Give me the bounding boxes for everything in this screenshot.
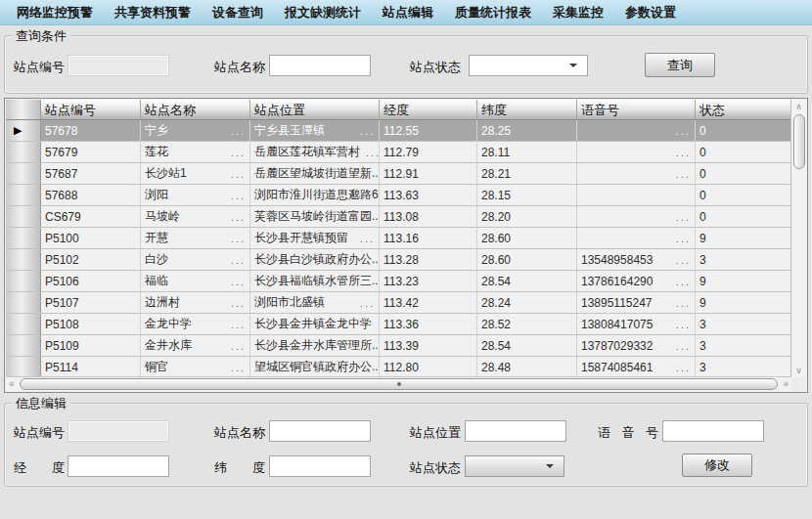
cell-status[interactable]: 3 [696, 314, 791, 334]
cell-status[interactable]: 9 [696, 271, 791, 291]
cell-station-name[interactable]: 铜官... [141, 357, 250, 377]
scroll-down-icon[interactable]: ∨ [791, 365, 806, 376]
cell-longitude[interactable]: 113.08 [380, 206, 477, 227]
cell-station-position[interactable]: 长沙县白沙镇政府办公... [250, 249, 380, 270]
menu-item[interactable]: 站点编辑 [372, 0, 444, 24]
cell-station-id[interactable]: CS679 [41, 206, 141, 227]
edit-station-status-select[interactable] [465, 455, 564, 477]
column-header[interactable]: 状态 [696, 100, 791, 119]
ellipsis-button[interactable]: ... [372, 319, 380, 330]
ellipsis-button[interactable]: ... [354, 125, 375, 137]
cell-longitude[interactable]: 112.80 [380, 357, 477, 377]
ellipsis-button[interactable]: ... [670, 254, 691, 266]
ellipsis-button[interactable]: ... [225, 168, 246, 180]
cell-station-name[interactable]: 金龙中学... [141, 314, 250, 334]
edit-station-name-input[interactable] [269, 420, 371, 442]
row-selector-cell[interactable] [6, 314, 41, 334]
cell-station-position[interactable]: 浏阳市淮川街道思邈路6... [250, 185, 380, 205]
ellipsis-button[interactable]: ... [670, 168, 691, 180]
cell-longitude[interactable]: 112.91 [380, 163, 477, 184]
menu-item[interactable]: 设备查询 [202, 0, 274, 24]
ellipsis-button[interactable]: ... [670, 125, 691, 137]
cell-station-position[interactable]: 岳麓区莲花镇军营村... [250, 142, 380, 162]
cell-voice-number[interactable]: ... [577, 163, 696, 184]
ellipsis-button[interactable]: ... [225, 297, 246, 309]
cell-latitude[interactable]: 28.21 [477, 163, 577, 184]
cell-voice-number[interactable]: 13786164290... [577, 271, 696, 291]
cell-latitude[interactable]: 28.54 [477, 335, 577, 356]
table-row[interactable]: 57679莲花...岳麓区莲花镇军营村...112.7928.11...0 [6, 142, 791, 163]
cell-station-id[interactable]: 57688 [41, 185, 141, 205]
cell-status[interactable]: 9 [696, 292, 791, 313]
cell-status[interactable]: 0 [696, 206, 791, 227]
row-selector-cell[interactable]: ▶ [6, 120, 41, 141]
vertical-scrollbar[interactable]: ∧ ∨ [790, 100, 806, 377]
cell-status[interactable]: 0 [696, 142, 791, 162]
row-selector-cell[interactable] [6, 142, 41, 162]
cell-station-id[interactable]: 57678 [41, 120, 141, 141]
cell-voice-number[interactable]: 13808417075... [577, 314, 696, 334]
menu-item[interactable]: 参数设置 [614, 0, 687, 24]
cell-longitude[interactable]: 113.36 [380, 314, 477, 334]
edit-station-position-input[interactable] [465, 420, 566, 442]
cell-station-id[interactable]: P5102 [41, 249, 141, 270]
ellipsis-button[interactable]: ... [670, 147, 691, 158]
horizontal-scrollbar[interactable]: « » [6, 376, 791, 391]
cell-voice-number[interactable] [577, 185, 696, 205]
edit-latitude-input[interactable] [269, 455, 371, 477]
cell-station-position[interactable]: 岳麓区望城坡街道望新... [250, 163, 380, 184]
cell-voice-number[interactable]: ... [577, 142, 696, 162]
cell-station-position[interactable]: 长沙县金井水库管理所... [250, 335, 380, 356]
menu-item[interactable]: 采集监控 [542, 0, 614, 24]
cell-latitude[interactable]: 28.60 [477, 249, 577, 270]
cell-station-position[interactable]: 浏阳市北盛镇... [250, 292, 380, 313]
column-header[interactable]: 站点编号 [41, 100, 141, 119]
cell-status[interactable]: 0 [696, 185, 791, 205]
cell-latitude[interactable]: 28.11 [477, 142, 577, 162]
ellipsis-button[interactable]: ... [225, 125, 246, 137]
column-header[interactable]: 语音号 [577, 100, 696, 119]
cell-latitude[interactable]: 28.20 [477, 206, 577, 227]
ellipsis-button[interactable]: ... [354, 233, 375, 244]
cell-station-name[interactable]: 开慧... [141, 228, 250, 248]
cell-station-name[interactable]: 马坡岭... [141, 206, 250, 227]
cell-longitude[interactable]: 113.63 [380, 185, 477, 205]
cell-status[interactable]: 0 [696, 120, 791, 141]
row-selector-cell[interactable] [6, 185, 41, 205]
cell-station-position[interactable]: 长沙县开慧镇预留... [250, 228, 380, 248]
horizontal-scrollbar-thumb[interactable] [20, 378, 778, 390]
ellipsis-button[interactable]: ... [225, 211, 246, 223]
table-row[interactable]: CS679马坡岭...芙蓉区马坡岭街道富园...113.0828.20...0 [6, 206, 791, 228]
ellipsis-button[interactable]: ... [225, 276, 246, 287]
table-row[interactable]: P5107边洲村...浏阳市北盛镇...113.4228.24138951152… [6, 292, 791, 314]
cell-station-name[interactable]: 宁乡... [141, 120, 250, 141]
table-row[interactable]: P5109金井水库...长沙县金井水库管理所...113.3928.541378… [6, 335, 791, 357]
cell-station-position[interactable]: 长沙县福临镇水管所三... [250, 271, 380, 291]
cell-station-name[interactable]: 莲花... [141, 142, 250, 162]
ellipsis-button[interactable]: ... [670, 362, 691, 373]
cell-longitude[interactable]: 112.79 [380, 142, 477, 162]
cell-voice-number[interactable]: ... [577, 120, 696, 141]
column-header[interactable]: 纬度 [477, 100, 577, 119]
query-station-name-input[interactable] [269, 55, 371, 76]
cell-latitude[interactable]: 28.24 [477, 292, 577, 313]
table-row[interactable]: 57688浏阳...浏阳市淮川街道思邈路6...113.6328.150 [6, 185, 791, 206]
ellipsis-button[interactable]: ... [354, 297, 375, 309]
cell-latitude[interactable]: 28.15 [477, 185, 577, 205]
row-selector-cell[interactable] [6, 249, 41, 270]
table-row[interactable]: P5114铜官...望城区铜官镇政府办公...112.8028.48158740… [6, 357, 791, 377]
cell-latitude[interactable]: 28.60 [477, 228, 577, 248]
cell-station-name[interactable]: 浏阳... [141, 185, 250, 205]
cell-latitude[interactable]: 28.25 [477, 120, 577, 141]
table-row[interactable]: P5100开慧...长沙县开慧镇预留...113.1628.60...9 [6, 228, 791, 249]
row-selector-cell[interactable] [6, 357, 41, 377]
cell-station-name[interactable]: 长沙站1... [141, 163, 250, 184]
modify-button[interactable]: 修改 [682, 454, 752, 477]
ellipsis-button[interactable]: ... [670, 233, 691, 244]
cell-station-id[interactable]: P5100 [41, 228, 141, 248]
cell-status[interactable]: 9 [696, 228, 791, 248]
ellipsis-button[interactable]: ... [225, 233, 246, 244]
cell-longitude[interactable]: 112.55 [380, 120, 477, 141]
table-row[interactable]: P5102白沙...长沙县白沙镇政府办公...113.2828.60135489… [6, 249, 791, 271]
ellipsis-button[interactable]: ... [670, 211, 691, 223]
